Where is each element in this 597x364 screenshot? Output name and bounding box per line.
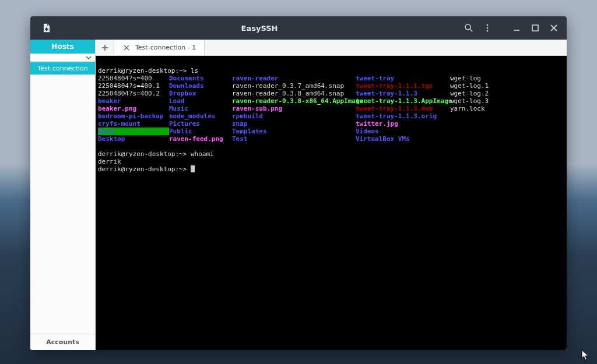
ls-entry: wget-log.2 [450, 90, 501, 97]
sidebar-spacer [30, 75, 95, 334]
ls-entry [450, 128, 501, 135]
add-tab-button[interactable] [96, 40, 114, 55]
ls-entry: Pictures [169, 120, 232, 128]
terminal-prompt: derrik@ryzen-desktop:~> [98, 150, 187, 158]
close-button[interactable] [546, 20, 562, 36]
terminal-command: ls [191, 67, 198, 75]
ls-entry: yarn.lock [450, 105, 501, 112]
sidebar-item-test-connection[interactable]: Test-connection [30, 62, 95, 75]
maximize-icon [531, 23, 540, 33]
main-panel: Test-connection - 1 derrik@ryzen-desktop… [96, 40, 567, 350]
ls-entry: beaker [98, 97, 169, 105]
ls-entry [450, 135, 501, 143]
terminal-command: whoami [191, 150, 214, 158]
ls-entry: raven-reader_0.3.8_amd64.snap [232, 90, 356, 97]
ls-entry: Public [169, 128, 232, 135]
terminal-output-line: derrik [98, 158, 121, 165]
ls-entry: wget-log.3 [450, 97, 501, 105]
ls-entry: Documents [169, 75, 232, 82]
ls-entry: raven-reader [232, 75, 356, 82]
terminal-prompt: derrik@ryzen-desktop:~> [98, 165, 187, 173]
chevron-down-icon [86, 55, 92, 61]
ls-entry: Videos [356, 128, 450, 135]
ls-entry: Templates [232, 128, 356, 135]
mouse-cursor-icon [581, 349, 589, 361]
svg-point-5 [487, 27, 489, 29]
svg-point-6 [487, 30, 489, 32]
ls-entry: bedroom-pi-backup [98, 112, 169, 120]
maximize-button[interactable] [527, 20, 543, 36]
ls-entry: rpmbuild [232, 112, 356, 120]
new-file-icon [42, 23, 51, 33]
ls-entry: cryfs-mount [98, 120, 169, 128]
ls-entry: Dropbox [169, 90, 232, 97]
ls-entry: tweet-tray-1.1.3.deb [356, 105, 450, 112]
ls-entry: tweet-tray [356, 75, 450, 82]
ls-entry: Data [98, 128, 169, 135]
ls-entry: Load [169, 97, 232, 105]
terminal-cursor [191, 165, 195, 172]
ls-entry: snap [232, 120, 356, 128]
tab-label: Test-connection - 1 [135, 44, 196, 51]
ls-entry: raven-reader-0.3.8-x86_64.AppImage [232, 97, 356, 105]
menu-button[interactable] [479, 20, 496, 36]
minimize-button[interactable] [508, 20, 525, 36]
ls-entry: 22504804?s=400.2 [98, 90, 169, 97]
ls-output: 22504804?s=400Documentsraven-readertweet… [98, 75, 562, 143]
terminal-prompt: derrik@ryzen-desktop:~> [98, 67, 187, 75]
svg-rect-8 [532, 25, 538, 31]
svg-point-4 [487, 24, 489, 26]
ls-entry: Downloads [169, 82, 232, 90]
ls-entry: tweet-tray-1.1.3.orig [356, 112, 450, 120]
svg-rect-1 [45, 29, 48, 30]
svg-rect-7 [514, 30, 519, 31]
ls-entry: Music [169, 105, 232, 112]
ls-entry: wget-log [450, 75, 501, 82]
ls-entry: raven-feed.png [169, 135, 232, 143]
content-area: Hosts Test-connection Accounts Test-conn… [30, 40, 567, 350]
svg-point-2 [465, 24, 470, 30]
svg-line-3 [470, 29, 472, 31]
search-icon [464, 23, 473, 33]
ls-entry: tweet-tray-1.1.1.tgz [356, 82, 450, 90]
plus-icon [101, 44, 109, 52]
tab-bar: Test-connection - 1 [96, 40, 567, 56]
close-icon [549, 23, 559, 33]
ls-entry: raven-reader_0.3.7_amd64.snap [232, 82, 356, 90]
ls-entry: wget-log.1 [450, 82, 501, 90]
kebab-icon [483, 23, 492, 33]
search-button[interactable] [461, 20, 477, 36]
close-icon [124, 45, 129, 51]
ls-entry [450, 112, 501, 120]
sidebar: Hosts Test-connection Accounts [30, 40, 96, 350]
ls-entry: Test [232, 135, 356, 143]
ls-entry: 22504804?s=400.1 [98, 82, 169, 90]
minimize-icon [512, 23, 521, 33]
ls-entry: VirtualBox VMs [356, 135, 450, 143]
app-window: EasySSH Hosts Test-co [30, 16, 567, 350]
ls-entry: Desktop [98, 135, 169, 143]
ls-entry: twitter.jpg [356, 120, 450, 128]
tab-close-button[interactable] [122, 44, 131, 52]
terminal[interactable]: derrik@ryzen-desktop:~> ls 22504804?s=40… [96, 56, 567, 350]
hosts-header[interactable]: Hosts [30, 40, 95, 54]
ls-entry: 22504804?s=400 [98, 75, 169, 82]
hosts-dropdown-toggle[interactable] [30, 54, 95, 62]
ls-entry [450, 120, 501, 128]
accounts-button[interactable]: Accounts [30, 334, 95, 350]
tab-test-connection-1[interactable]: Test-connection - 1 [114, 40, 205, 55]
new-connection-button[interactable] [38, 20, 55, 36]
ls-entry: node_modules [169, 112, 232, 120]
titlebar: EasySSH [30, 16, 567, 40]
ls-entry: tweet-tray-1.1.3 [356, 90, 450, 97]
ls-entry: tweet-tray-1.1.3.AppImage [356, 97, 450, 105]
window-title: EasySSH [58, 24, 461, 33]
ls-entry: raven-sub.png [232, 105, 356, 112]
ls-entry: beaker.png [98, 105, 169, 112]
